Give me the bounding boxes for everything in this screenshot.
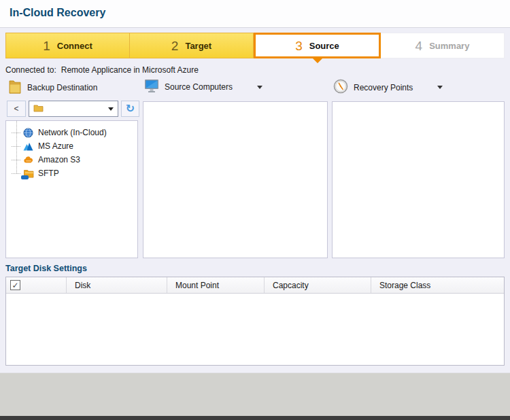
tree-item-network-in-cloud[interactable]: Network (In-Cloud) bbox=[6, 126, 137, 139]
column-header-capacity[interactable]: Capcacity bbox=[265, 277, 371, 293]
target-disk-settings-title: Target Disk Settings bbox=[5, 264, 87, 273]
refresh-button[interactable]: ↻ bbox=[121, 101, 139, 117]
sftp-badge bbox=[21, 175, 29, 179]
destination-tree: Network (In-Cloud) MS Azure bbox=[6, 121, 137, 180]
target-disk-settings-table: ✓ Disk Mount Point Capcacity Storage Cla… bbox=[5, 277, 505, 366]
panel-title: Backup Destination bbox=[27, 83, 97, 92]
folder-icon bbox=[33, 103, 44, 115]
monitor-icon bbox=[144, 79, 159, 95]
azure-icon bbox=[22, 141, 34, 152]
page-title: In-Cloud Recovery bbox=[10, 7, 105, 19]
folder-icon bbox=[8, 79, 22, 96]
source-computers-list-panel[interactable] bbox=[143, 101, 328, 258]
status-value: Remote Applicance in Microsoft Azure bbox=[61, 65, 199, 75]
clock-icon bbox=[333, 79, 348, 96]
recovery-points-list-panel[interactable] bbox=[332, 101, 505, 258]
step-label: Connect bbox=[57, 41, 92, 51]
wizard-step-bar: 1 Connect 2 Target 3 Source 4 Summary bbox=[5, 33, 505, 58]
window-bottom-edge bbox=[0, 416, 510, 420]
column-header-mount-point[interactable]: Mount Point bbox=[167, 277, 265, 293]
status-label: Connected to: bbox=[5, 65, 56, 75]
tree-item-label: Network (In-Cloud) bbox=[38, 128, 107, 137]
folder-combobox[interactable] bbox=[29, 101, 118, 117]
refresh-icon: ↻ bbox=[126, 103, 135, 114]
tree-item-amazon-s3[interactable]: Amazon S3 bbox=[6, 153, 137, 167]
tree-item-label: SFTP bbox=[38, 169, 59, 178]
select-all-checkbox[interactable]: ✓ bbox=[10, 280, 20, 290]
in-cloud-recovery-window: In-Cloud Recovery 1 Connect 2 Target 3 S… bbox=[0, 0, 510, 420]
amazon-s3-cloud-icon bbox=[22, 154, 34, 165]
step-label: Target bbox=[185, 41, 211, 51]
network-globe-icon bbox=[22, 127, 34, 138]
tree-item-ms-azure[interactable]: MS Azure bbox=[6, 139, 137, 153]
tree-back-button[interactable]: < bbox=[7, 101, 26, 117]
step-label: Summary bbox=[429, 41, 469, 51]
recovery-points-dropdown-arrow-icon[interactable] bbox=[437, 86, 443, 89]
tree-item-sftp[interactable]: SFTP bbox=[6, 167, 137, 180]
tree-item-label: Amazon S3 bbox=[38, 155, 80, 164]
table-header-row: ✓ Disk Mount Point Capcacity Storage Cla… bbox=[6, 277, 504, 294]
step-number: 2 bbox=[171, 39, 179, 52]
step-number: 4 bbox=[415, 39, 423, 52]
sftp-folder-icon bbox=[22, 168, 34, 179]
backup-destination-header: Backup Destination bbox=[8, 79, 97, 96]
select-all-header-cell: ✓ bbox=[6, 277, 67, 293]
column-header-storage-class[interactable]: Storage Class bbox=[371, 277, 504, 293]
source-computers-dropdown-arrow-icon[interactable] bbox=[257, 86, 262, 89]
panel-title: Source Computers bbox=[165, 82, 233, 92]
recovery-points-header: Recovery Points bbox=[333, 79, 443, 96]
step-label: Source bbox=[309, 41, 339, 51]
step-summary[interactable]: 4 Summary bbox=[381, 33, 505, 58]
combobox-dropdown-arrow-icon bbox=[108, 107, 114, 111]
step-number: 1 bbox=[43, 39, 50, 52]
step-connect[interactable]: 1 Connect bbox=[5, 33, 130, 58]
backup-destination-tree-panel[interactable]: Network (In-Cloud) MS Azure bbox=[5, 120, 138, 258]
backup-destination-toolbar: < ↻ bbox=[7, 100, 139, 118]
tree-item-label: MS Azure bbox=[38, 141, 73, 151]
step-source[interactable]: 3 Source bbox=[254, 33, 381, 58]
source-computers-header: Source Computers bbox=[144, 79, 262, 95]
connection-status: Connected to:Remote Applicance in Micros… bbox=[5, 65, 199, 75]
column-header-disk[interactable]: Disk bbox=[67, 277, 167, 293]
title-bar: In-Cloud Recovery bbox=[0, 0, 510, 28]
step-target[interactable]: 2 Target bbox=[130, 33, 254, 58]
step-number: 3 bbox=[295, 39, 303, 52]
panel-title: Recovery Points bbox=[354, 83, 413, 92]
footer-bar: < Back Next > Cancel bbox=[0, 372, 510, 416]
